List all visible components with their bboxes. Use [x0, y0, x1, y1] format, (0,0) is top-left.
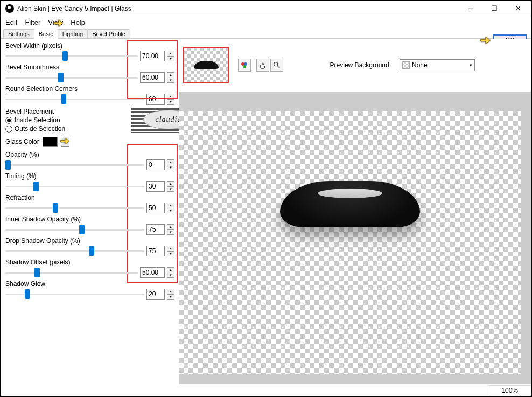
label: Shadow Offset (pixels): [5, 259, 174, 266]
param-opacity: Opacity (%) ▲▼: [5, 151, 174, 170]
glass-color-row: Glass Color ▼: [5, 137, 174, 147]
pointer-hand-icon: [479, 34, 491, 46]
label: Opacity (%): [5, 151, 174, 158]
value-input[interactable]: [140, 267, 165, 278]
slider[interactable]: [5, 77, 138, 79]
tab-bevel-profile[interactable]: Bevel Profile: [87, 29, 130, 38]
app-icon: [5, 4, 14, 13]
slider[interactable]: [5, 294, 144, 295]
param-bevel-width: Bevel Width (pixels) ▲▼: [5, 42, 174, 61]
zoom-tool-button[interactable]: [270, 59, 283, 72]
pan-tool-button[interactable]: [256, 59, 269, 72]
menu-edit[interactable]: Edit: [5, 18, 17, 26]
slider[interactable]: [5, 207, 144, 209]
value-input[interactable]: [146, 224, 165, 235]
svg-line-4: [277, 66, 279, 68]
menu-filter[interactable]: Filter: [25, 18, 40, 26]
slider[interactable]: [5, 229, 144, 231]
spinner[interactable]: ▲▼: [167, 181, 174, 192]
value-input[interactable]: [140, 51, 165, 61]
slider[interactable]: [5, 99, 144, 100]
preview-bg-value: None: [412, 61, 428, 69]
spinner[interactable]: ▲▼: [167, 203, 174, 213]
value-input[interactable]: [146, 94, 165, 105]
minimize-button[interactable]: ─: [459, 2, 482, 16]
radio-label: Inside Selection: [15, 116, 60, 124]
param-round-corners: Round Selection Corners ▲▼: [5, 85, 174, 105]
param-refraction: Refraction ▲▼: [5, 194, 174, 213]
spinner[interactable]: ▲▼: [167, 224, 174, 235]
value-input[interactable]: [140, 72, 165, 83]
spinner[interactable]: ▲▼: [167, 94, 174, 105]
tab-bar: Settings Basic Lighting Bevel Profile: [1, 28, 531, 39]
spinner[interactable]: ▲▼: [167, 246, 174, 256]
zoom-status: 100%: [488, 385, 531, 396]
value-input[interactable]: [146, 289, 165, 300]
rendered-shape: [280, 181, 420, 227]
svg-point-3: [274, 62, 278, 66]
preview-bg-select[interactable]: None: [400, 59, 475, 71]
close-button[interactable]: ✕: [506, 2, 530, 16]
value-input[interactable]: [146, 246, 165, 256]
slider[interactable]: [5, 55, 138, 57]
svg-point-2: [243, 65, 246, 68]
pointer-hand-icon: [53, 17, 65, 29]
basic-panel: Bevel Width (pixels) ▲▼ Bevel Smoothness…: [1, 39, 179, 384]
radio-icon: [5, 117, 12, 124]
slider[interactable]: [5, 272, 138, 274]
param-shadow-offset: Shadow Offset (pixels) ▲▼: [5, 259, 174, 278]
slider[interactable]: [5, 164, 144, 166]
glass-color-label: Glass Color: [5, 138, 39, 145]
titlebar: Alien Skin | Eye Candy 5 Impact | Glass …: [1, 1, 531, 16]
label: Bevel Width (pixels): [5, 42, 174, 50]
value-input[interactable]: [146, 159, 165, 170]
color-swatch[interactable]: [43, 137, 58, 147]
spinner[interactable]: ▲▼: [167, 267, 174, 278]
spinner[interactable]: ▲▼: [167, 289, 174, 300]
label: Refraction: [5, 194, 174, 201]
tab-basic[interactable]: Basic: [34, 29, 58, 38]
value-input[interactable]: [146, 181, 165, 192]
maximize-button[interactable]: ☐: [482, 2, 506, 16]
pointer-hand-icon: [59, 136, 71, 148]
spinner[interactable]: ▲▼: [167, 159, 174, 170]
label: Drop Shadow Opacity (%): [5, 237, 174, 245]
color-tool-button[interactable]: [238, 59, 251, 72]
tab-settings[interactable]: Settings: [3, 29, 34, 38]
menu-help[interactable]: Help: [71, 18, 85, 26]
value-input[interactable]: [146, 203, 165, 213]
preview-bg-label: Preview Background:: [330, 61, 391, 69]
menubar: Edit Filter View Help: [1, 16, 531, 28]
radio-icon: [5, 126, 12, 133]
spinner[interactable]: ▲▼: [167, 51, 174, 61]
slider[interactable]: [5, 250, 144, 252]
tab-lighting[interactable]: Lighting: [58, 29, 88, 38]
radio-label: Outside Selection: [15, 125, 65, 133]
checker-icon: [402, 61, 410, 69]
preview-thumbnail[interactable]: [183, 47, 229, 83]
preview-panel: Preview Background: None: [179, 39, 531, 384]
window-title: Alien Skin | Eye Candy 5 Impact | Glass: [17, 5, 459, 12]
param-drop-shadow: Drop Shadow Opacity (%) ▲▼: [5, 237, 174, 256]
label: Inner Shadow Opacity (%): [5, 215, 174, 223]
separator-bar: [179, 92, 531, 111]
label: Round Selection Corners: [5, 85, 174, 93]
preview-canvas[interactable]: [179, 111, 531, 384]
slider[interactable]: [5, 186, 144, 187]
spinner[interactable]: ▲▼: [167, 72, 174, 83]
label: Bevel Smoothness: [5, 64, 174, 71]
param-bevel-smoothness: Bevel Smoothness ▲▼: [5, 64, 174, 83]
param-inner-shadow: Inner Shadow Opacity (%) ▲▼: [5, 215, 174, 235]
param-tinting: Tinting (%) ▲▼: [5, 172, 174, 192]
param-shadow-glow: Shadow Glow ▲▼: [5, 280, 174, 300]
label: Shadow Glow: [5, 280, 174, 288]
label: Tinting (%): [5, 172, 174, 180]
